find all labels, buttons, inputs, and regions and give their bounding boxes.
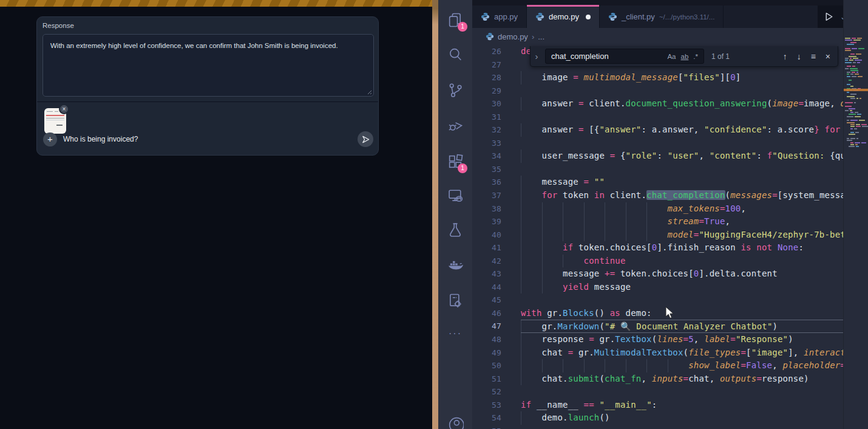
line-number: 55 bbox=[472, 425, 501, 429]
code-line[interactable]: 47 gr.Markdown("# 🔍 Document Analyzer Ch… bbox=[472, 320, 868, 333]
code-line-text: model="HuggingFaceH4/zephyr-7b-beta bbox=[521, 228, 843, 242]
code-line[interactable]: 49 chat = gr.MultimodalTextbox(file_type… bbox=[472, 346, 868, 360]
previous-match-button[interactable]: ↑ bbox=[781, 52, 790, 61]
code-line[interactable]: 37 for token in client.chat_completion(m… bbox=[472, 189, 868, 202]
find-widget: › chat_completion Aa ab .* 1 of 1 ↑ ↓ ≡ … bbox=[530, 46, 838, 67]
docker-icon[interactable] bbox=[447, 257, 464, 274]
line-number: 31 bbox=[472, 111, 501, 124]
code-line[interactable]: 53if __name__ == "__main__": bbox=[472, 399, 868, 412]
remote-explorer-icon[interactable] bbox=[447, 187, 464, 204]
whole-word-toggle[interactable]: ab bbox=[679, 52, 691, 61]
line-number: 41 bbox=[472, 241, 501, 255]
code-line[interactable]: 48 response = gr.Textbox(lines=5, label=… bbox=[472, 333, 868, 346]
extensions-badge: 1 bbox=[458, 163, 467, 173]
code-line-text: answer = client.document_question_answer… bbox=[521, 97, 843, 111]
account-icon[interactable] bbox=[447, 415, 464, 429]
code-line[interactable]: 51 chat.submit(chat_fn, inputs=chat, out… bbox=[472, 372, 868, 386]
code-line-text: chat = gr.MultimodalTextbox(file_types=[… bbox=[521, 346, 843, 360]
code-line-text bbox=[521, 111, 843, 124]
code-line[interactable]: 35 bbox=[472, 163, 868, 176]
run-and-debug-icon[interactable] bbox=[447, 117, 464, 134]
find-query-text: chat_completion bbox=[551, 52, 665, 61]
explorer-icon[interactable]: 1 bbox=[447, 12, 464, 29]
paper-plane-icon bbox=[361, 135, 370, 144]
code-line[interactable]: 32 answer = [{"answer": a.answer, "confi… bbox=[472, 123, 868, 137]
line-number: 32 bbox=[472, 123, 501, 137]
resize-handle-icon[interactable] bbox=[366, 89, 371, 94]
code-line[interactable]: 44 yield message bbox=[472, 281, 868, 294]
breadcrumb-file[interactable]: demo.py bbox=[498, 32, 528, 41]
search-icon[interactable] bbox=[447, 46, 464, 63]
code-line[interactable]: 52 bbox=[472, 385, 868, 399]
testing-icon[interactable] bbox=[447, 221, 464, 238]
code-line[interactable]: 36 message = "" bbox=[472, 176, 868, 189]
toggle-replace-chevron-icon[interactable]: › bbox=[533, 51, 540, 61]
send-button[interactable] bbox=[358, 131, 373, 147]
breadcrumb[interactable]: demo.py › ... bbox=[472, 28, 868, 45]
python-file-icon bbox=[486, 32, 494, 41]
minimap[interactable] bbox=[843, 0, 868, 429]
code-line[interactable]: 55 bbox=[472, 425, 868, 429]
line-number: 45 bbox=[472, 293, 501, 307]
line-number: 34 bbox=[472, 149, 501, 163]
find-in-selection-button[interactable]: ≡ bbox=[809, 52, 818, 61]
code-line[interactable]: 40 model="HuggingFaceH4/zephyr-7b-beta bbox=[472, 228, 868, 242]
chat-message-input[interactable]: Who is being invoiced? bbox=[63, 135, 138, 143]
code-line[interactable]: 31 bbox=[472, 111, 868, 124]
line-number: 52 bbox=[472, 385, 501, 399]
code-line[interactable]: 50 show_label=False, placeholder= bbox=[472, 359, 868, 372]
modified-dot-icon[interactable] bbox=[586, 15, 591, 19]
tab-app-py[interactable]: app.py bbox=[472, 5, 527, 28]
explorer-badge: 1 bbox=[458, 22, 467, 32]
tab-demo-py[interactable]: demo.py bbox=[527, 5, 600, 28]
line-number: 54 bbox=[472, 411, 501, 425]
code-line[interactable]: 42 continue bbox=[472, 255, 868, 268]
line-number: 53 bbox=[472, 399, 501, 412]
remove-attachment-button[interactable]: × bbox=[59, 104, 69, 114]
code-line-text: gr.Markdown("# 🔍 Document Analyzer Chatb… bbox=[521, 320, 843, 333]
regex-toggle[interactable]: .* bbox=[691, 52, 700, 61]
close-find-button[interactable]: × bbox=[823, 52, 833, 61]
screen: Response With an extremely high level of… bbox=[0, 0, 868, 429]
code-line-text: user_message = {"role": "user", "content… bbox=[521, 149, 843, 163]
minimap-find-highlight bbox=[844, 89, 868, 91]
line-number: 47 bbox=[472, 320, 501, 333]
code-area[interactable]: 26def chat_fn(multimodal_message):2728 i… bbox=[472, 45, 868, 429]
response-textarea[interactable]: With an extremely high level of confiden… bbox=[42, 34, 374, 97]
code-line[interactable]: 30 answer = client.document_question_ans… bbox=[472, 97, 868, 111]
next-match-button[interactable]: ↓ bbox=[795, 52, 804, 61]
line-number: 35 bbox=[472, 163, 501, 176]
code-line-text: demo.launch() bbox=[521, 411, 843, 425]
python-file-icon bbox=[481, 12, 490, 21]
code-line[interactable]: 38 max_tokens=100, bbox=[472, 202, 868, 216]
code-line[interactable]: 45 bbox=[472, 293, 868, 307]
tab-label: _client.py bbox=[622, 12, 655, 21]
code-line[interactable]: 39 stream=True, bbox=[472, 215, 868, 228]
breadcrumb-symbol[interactable]: ... bbox=[538, 32, 544, 41]
code-line[interactable]: 33 bbox=[472, 137, 868, 150]
tab-client-py[interactable]: _client.py ~/.../python3.11/... bbox=[600, 5, 724, 28]
tab-path-description: ~/.../python3.11/... bbox=[659, 13, 715, 21]
code-line[interactable]: 41 if token.choices[0].finish_reason is … bbox=[472, 241, 868, 255]
file-settings-icon[interactable] bbox=[447, 292, 464, 309]
code-line[interactable]: 28 image = multimodal_message["files"][0… bbox=[472, 71, 868, 84]
code-line[interactable]: 34 user_message = {"role": "user", "cont… bbox=[472, 149, 868, 163]
line-number: 49 bbox=[472, 346, 501, 360]
match-case-toggle[interactable]: Aa bbox=[665, 52, 678, 61]
extensions-icon[interactable]: 1 bbox=[447, 153, 464, 170]
code-line[interactable]: 54 demo.launch() bbox=[472, 411, 868, 425]
tab-overflow-sliver[interactable] bbox=[724, 5, 741, 28]
find-match-count: 1 of 1 bbox=[711, 52, 776, 61]
find-input[interactable]: chat_completion Aa ab .* bbox=[545, 49, 704, 64]
code-line-text: yield message bbox=[521, 281, 843, 294]
run-button[interactable] bbox=[824, 12, 834, 22]
response-label: Response bbox=[42, 22, 74, 29]
code-line-text: chat.submit(chat_fn, inputs=chat, output… bbox=[521, 372, 843, 386]
more-actions-icon[interactable]: ··· bbox=[447, 328, 464, 345]
source-control-icon[interactable] bbox=[447, 81, 464, 98]
chat-row: + Who is being invoiced? bbox=[37, 132, 378, 148]
code-line-text bbox=[521, 137, 843, 150]
add-file-button[interactable]: + bbox=[43, 132, 57, 146]
code-line[interactable]: 43 message += token.choices[0].delta.con… bbox=[472, 267, 868, 281]
code-line[interactable]: 29 bbox=[472, 84, 868, 98]
